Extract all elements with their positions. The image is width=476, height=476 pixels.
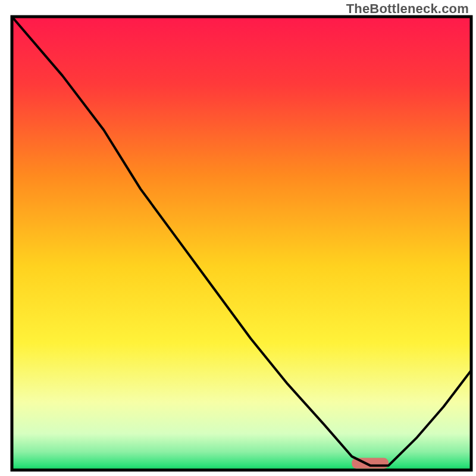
chart-container: { "watermark": "TheBottleneck.com", "cha… — [0, 0, 476, 476]
bottleneck-chart — [0, 0, 476, 476]
watermark-text: TheBottleneck.com — [346, 1, 469, 17]
gradient-background — [12, 17, 471, 470]
